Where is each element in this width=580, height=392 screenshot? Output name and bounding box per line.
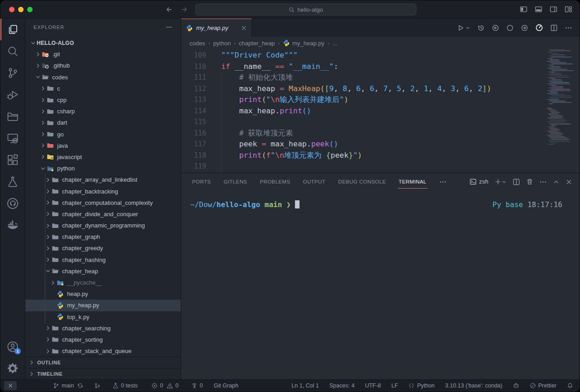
status-notifications[interactable] bbox=[567, 382, 573, 389]
layout-left-toggle-icon[interactable] bbox=[520, 5, 527, 13]
tree-item-chapter-array-and-linkedlist[interactable]: chapter_array_and_linkedlist bbox=[25, 174, 181, 185]
tree-item-csharp[interactable]: csharp bbox=[25, 106, 181, 117]
status-tests[interactable]: 0 tests bbox=[112, 382, 138, 389]
editor-more-actions-icon[interactable] bbox=[565, 24, 572, 32]
breadcrumb-item[interactable]: python bbox=[213, 40, 231, 47]
panel-tab-problems[interactable]: PROBLEMS bbox=[260, 179, 290, 184]
breadcrumb-item[interactable]: ... bbox=[333, 40, 338, 47]
tab-close-icon[interactable] bbox=[241, 25, 247, 31]
activity-remote-explorer[interactable] bbox=[0, 127, 25, 149]
activity-github[interactable] bbox=[0, 193, 25, 214]
status-encoding[interactable]: UTF-8 bbox=[365, 382, 381, 389]
tree-item--pycache-[interactable]: __pycache__ bbox=[25, 277, 181, 288]
activity-accounts[interactable]: 1 bbox=[0, 336, 25, 358]
activity-settings[interactable] bbox=[0, 358, 25, 379]
tree-item-java[interactable]: java bbox=[25, 140, 181, 151]
tree-item-chapter-searching[interactable]: chapter_searching bbox=[25, 323, 181, 334]
layout-bottom-toggle-icon[interactable] bbox=[535, 5, 542, 13]
tree-item-chapter-heap[interactable]: chapter_heap bbox=[25, 266, 181, 277]
panel-tab-terminal[interactable]: TERMINAL bbox=[399, 179, 426, 184]
panel-tab-output[interactable]: OUTPUT bbox=[303, 179, 326, 184]
tree-item--git[interactable]: .git bbox=[25, 48, 181, 60]
tree-item-chapter-divide-and-conquer[interactable]: chapter_divide_and_conquer bbox=[25, 208, 181, 220]
tree-item-chapter-graph[interactable]: chapter_graph bbox=[25, 231, 181, 242]
status-indentation[interactable]: Spaces: 4 bbox=[329, 382, 355, 389]
status-sync[interactable] bbox=[77, 382, 83, 389]
status-ports[interactable]: 0 bbox=[191, 382, 203, 389]
tree-item-hello-algo[interactable]: HELLO-ALGO bbox=[25, 37, 181, 48]
code-editor[interactable]: 109"""Driver Code"""110if __name__ == "_… bbox=[181, 49, 580, 173]
tab-my-heap[interactable]: my_heap.py bbox=[181, 19, 252, 37]
tree-item-codes[interactable]: codes bbox=[25, 72, 181, 83]
tree-item-dart[interactable]: dart bbox=[25, 117, 181, 128]
activity-extensions[interactable] bbox=[0, 149, 25, 171]
shell-selector[interactable]: zsh bbox=[469, 178, 488, 185]
activity-project-folder[interactable] bbox=[0, 106, 25, 127]
timeline-history-icon[interactable] bbox=[477, 24, 485, 32]
nav-circle-back-icon[interactable] bbox=[492, 24, 499, 32]
tree-item-cpp[interactable]: cpp bbox=[25, 94, 181, 106]
explorer-more-actions-icon[interactable] bbox=[165, 24, 173, 31]
panel-tab-gitlens[interactable]: GITLENS bbox=[223, 179, 247, 184]
command-center-search[interactable]: hello-algo bbox=[195, 4, 416, 15]
nav-back-icon[interactable] bbox=[165, 6, 173, 13]
split-editor-icon[interactable] bbox=[550, 24, 558, 32]
kill-terminal-icon[interactable] bbox=[526, 178, 533, 185]
close-panel-icon[interactable] bbox=[566, 179, 572, 185]
activity-run-debug[interactable] bbox=[0, 84, 25, 106]
status-remote-indicator[interactable] bbox=[4, 381, 17, 390]
layout-grid-toggle-icon[interactable] bbox=[565, 5, 572, 13]
tree-item-chapter-greedy[interactable]: chapter_greedy bbox=[25, 242, 181, 254]
tree-item-my-heap-py[interactable]: my_heap.py bbox=[25, 300, 181, 311]
panel-tab-debug-console[interactable]: DEBUG CONSOLE bbox=[338, 179, 386, 184]
circle-icon[interactable] bbox=[506, 24, 514, 32]
status-git-branch[interactable]: main bbox=[53, 382, 74, 389]
status-cursor-position[interactable]: Ln 1, Col 1 bbox=[291, 382, 319, 389]
activity-explorer[interactable] bbox=[0, 19, 25, 40]
tree-item-chapter-sorting[interactable]: chapter_sorting bbox=[25, 334, 181, 345]
run-dropdown-icon[interactable] bbox=[465, 25, 470, 30]
breadcrumb-item[interactable]: codes bbox=[189, 40, 205, 47]
tree-item-chapter-hashing[interactable]: chapter_hashing bbox=[25, 254, 181, 266]
status-errors[interactable]: 0 bbox=[151, 382, 163, 389]
status-language-mode[interactable]: Python bbox=[408, 382, 435, 389]
tree-item-chapter-stack-and-queue[interactable]: chapter_stack_and_queue bbox=[25, 345, 181, 357]
panel-tabs-more-icon[interactable] bbox=[439, 178, 447, 186]
status-prettier[interactable]: Prettier bbox=[530, 382, 556, 389]
panel-tab-ports[interactable]: PORTS bbox=[192, 179, 211, 184]
nav-circle-forward-icon[interactable] bbox=[521, 24, 528, 32]
status-python-interpreter[interactable]: 3.10.13 ('base': conda) bbox=[445, 382, 502, 389]
minimize-window-button[interactable] bbox=[18, 7, 24, 12]
new-terminal-icon[interactable] bbox=[494, 178, 507, 185]
minimap[interactable] bbox=[546, 49, 576, 145]
section-outline[interactable]: OUTLINE bbox=[25, 357, 181, 368]
zoom-window-button[interactable] bbox=[27, 7, 33, 12]
section-timeline[interactable]: TIMELINE bbox=[25, 368, 181, 379]
activity-search[interactable] bbox=[0, 40, 25, 62]
run-python-file-button[interactable] bbox=[457, 24, 470, 32]
panel-more-actions-icon[interactable] bbox=[539, 178, 547, 186]
split-terminal-icon[interactable] bbox=[512, 178, 520, 186]
tree-item-chapter-backtracking[interactable]: chapter_backtracking bbox=[25, 185, 181, 197]
breadcrumb-item[interactable]: chapter_heap bbox=[239, 40, 275, 47]
tree-item--github[interactable]: .github bbox=[25, 60, 181, 71]
terminal[interactable]: ~/Dow/hello-algo main ❯ Py base 18:17:16 bbox=[181, 190, 580, 379]
status-eol[interactable]: LF bbox=[392, 382, 398, 389]
activity-docker[interactable] bbox=[0, 214, 25, 236]
status-warnings[interactable]: 0 bbox=[167, 382, 179, 389]
breadcrumb-item[interactable]: my_heap.py bbox=[283, 39, 324, 47]
tree-item-python[interactable]: python bbox=[25, 163, 181, 174]
tree-item-javascript[interactable]: JSjavascript bbox=[25, 151, 181, 163]
close-window-button[interactable] bbox=[9, 7, 14, 12]
tree-item-chapter-computational-complexity[interactable]: chapter_computational_complexity bbox=[25, 197, 181, 208]
status-copilot[interactable] bbox=[513, 382, 519, 389]
activity-testing[interactable] bbox=[0, 171, 25, 193]
layout-right-toggle-icon[interactable] bbox=[550, 5, 557, 13]
nav-forward-icon[interactable] bbox=[181, 6, 188, 13]
maximize-panel-icon[interactable] bbox=[553, 179, 560, 185]
activity-source-control[interactable] bbox=[0, 62, 25, 84]
tree-item-chapter-dynamic-programming[interactable]: chapter_dynamic_programming bbox=[25, 220, 181, 231]
status-git-graph-label[interactable]: Git Graph bbox=[214, 382, 238, 389]
status-git-graph-icon[interactable] bbox=[94, 382, 101, 389]
tree-item-go[interactable]: go bbox=[25, 129, 181, 140]
